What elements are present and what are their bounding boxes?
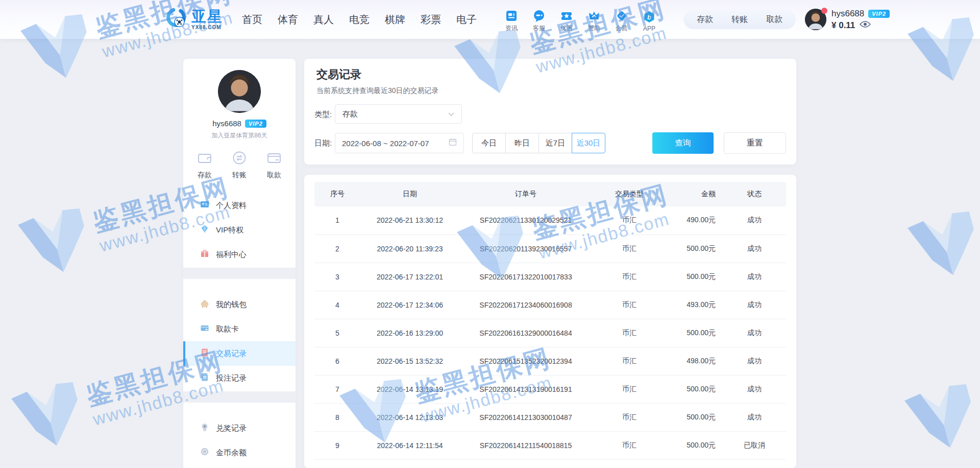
cell-amount: 500.00元 xyxy=(667,403,723,431)
cell-status: 已取消 xyxy=(723,431,786,459)
cell-status: 成功 xyxy=(723,347,786,375)
sponsor-crown-icon xyxy=(587,9,601,22)
cell-order: SF202206171234060016908 xyxy=(459,291,592,319)
cell-type: 币汇 xyxy=(592,431,667,459)
cell-date: 2022-06-14 12:13:03 xyxy=(360,403,459,431)
news-icon xyxy=(505,9,518,22)
cell-status: 成功 xyxy=(723,263,786,291)
deposit-link[interactable]: 存款 xyxy=(697,14,713,25)
cell-order: SF202206141313190016191 xyxy=(459,375,592,403)
sidebar-item-label: 投注记录 xyxy=(216,373,247,383)
customer-service-button[interactable]: 客服 xyxy=(525,6,553,33)
quick-deposit-button[interactable]: 存款 xyxy=(197,150,213,180)
sidebar-item-coin-balance[interactable]: 金币余额 xyxy=(183,440,296,465)
cell-order: SF202206201139230016557 xyxy=(459,235,592,263)
page-subtitle: 当前系统支持查询最近30日的交易记录 xyxy=(316,86,439,96)
cell-date: 2022-06-15 13:52:32 xyxy=(360,347,459,375)
cell-order: SF202206171322010017833 xyxy=(459,263,592,291)
cell-order: SF202206141211540018815 xyxy=(459,431,592,459)
sidebar-item-messages[interactable]: 消息中心 51 xyxy=(183,465,296,468)
watermark-text: 鉴黑担保网 xyxy=(976,348,980,412)
nav-esports[interactable]: 电竞 xyxy=(341,0,377,39)
sidebar-item-welfare[interactable]: 福利中心 xyxy=(183,242,296,267)
sidebar-item-profile[interactable]: 个人资料 xyxy=(183,193,296,218)
vip-gem-icon xyxy=(200,224,209,236)
username: hys6688 xyxy=(831,9,864,19)
quick-actions: 存款 转账 取款 xyxy=(183,150,296,180)
cell-type: 币汇 xyxy=(592,263,667,291)
date-range-input[interactable]: 2022-06-08 ~ 2022-07-07 xyxy=(335,133,464,153)
page-title: 交易记录 xyxy=(316,67,361,82)
transaction-row: 62022-06-15 13:52:32SF202206151352320012… xyxy=(314,347,786,375)
reset-button[interactable]: 重置 xyxy=(724,132,786,154)
sidebar-separator xyxy=(183,268,296,279)
quick-transfer-button[interactable]: 转账 xyxy=(231,150,248,180)
sponsor-button[interactable]: 赞助 xyxy=(580,6,608,33)
cell-amount: 493.00元 xyxy=(667,291,723,319)
sidebar-item-prizes[interactable]: 兑奖记录 xyxy=(183,416,296,440)
nav-lottery[interactable]: 彩票 xyxy=(413,0,449,39)
date-range-value: 2022-06-08 ~ 2022-07-07 xyxy=(342,139,429,148)
search-button[interactable]: 查询 xyxy=(652,132,714,154)
transaction-row: 42022-06-17 12:34:06SF202206171234060016… xyxy=(314,291,786,319)
nav-sports[interactable]: 体育 xyxy=(270,0,306,39)
transaction-row: 12022-06-21 13:30:12SF202206211330120029… xyxy=(314,206,786,235)
user-avatar[interactable] xyxy=(805,9,826,30)
transfer-link[interactable]: 转账 xyxy=(731,14,748,25)
cell-no: 3 xyxy=(314,263,360,291)
transaction-row: 32022-06-17 13:22:01SF202206171322010017… xyxy=(314,263,786,291)
range-30days-button[interactable]: 近30日 xyxy=(572,133,605,153)
sidebar-item-label: 福利中心 xyxy=(216,250,247,260)
cell-type: 币汇 xyxy=(592,319,667,347)
nav-chess[interactable]: 棋牌 xyxy=(377,0,413,39)
sidebar-menu-group-1: 个人资料 VIP特权 福利中心 xyxy=(183,191,296,268)
sidebar-menu-group-2: 我的钱包 取款卡 交易记录 xyxy=(183,290,296,391)
sidebar-item-wallet[interactable]: 我的钱包 xyxy=(183,292,296,317)
page: 亚星 YX88.COM 首页 体育 真人 电竞 棋牌 彩票 电子 资讯 xyxy=(0,0,980,468)
withdraw-link[interactable]: 取款 xyxy=(766,14,782,25)
sidebar-item-label: 交易记录 xyxy=(216,349,247,359)
profile-section: hys6688 VIP2 加入亚星体育第86天 xyxy=(183,59,296,140)
quick-withdraw-button[interactable]: 取款 xyxy=(266,150,282,180)
cell-amount: 500.00元 xyxy=(667,263,723,291)
site-logo[interactable]: 亚星 YX88.COM xyxy=(164,7,223,32)
profile-avatar[interactable] xyxy=(218,70,261,113)
cell-amount: 500.00元 xyxy=(667,319,723,347)
sponsor-label: 赞助 xyxy=(588,24,600,33)
nav-live[interactable]: 真人 xyxy=(306,0,341,39)
cell-no: 4 xyxy=(314,291,360,319)
withdraw-card-icon xyxy=(266,150,282,168)
cell-order: SF202206161329000016484 xyxy=(459,319,592,347)
col-order: 订单号 xyxy=(459,182,592,206)
logo-name: 亚星 xyxy=(191,9,223,24)
transaction-row: 72022-06-14 13:13:19SF202206141313190016… xyxy=(314,375,786,403)
cell-type: 币汇 xyxy=(592,206,667,235)
news-label: 资讯 xyxy=(505,24,518,33)
promo-button[interactable]: 优惠 xyxy=(553,6,580,33)
eye-icon[interactable] xyxy=(860,20,871,30)
partner-button[interactable]: 合营 xyxy=(608,6,635,33)
col-date: 日期 xyxy=(360,182,459,206)
notification-dot xyxy=(821,8,827,14)
sidebar-separator xyxy=(183,391,296,403)
type-select-value: 存款 xyxy=(342,109,358,119)
coin-icon xyxy=(200,447,209,458)
cell-date: 2022-06-17 12:34:06 xyxy=(360,291,459,319)
transaction-row: 22022-06-20 11:39:23SF202206201139230016… xyxy=(314,235,786,263)
nav-slots[interactable]: 电子 xyxy=(449,0,484,39)
type-select[interactable]: 存款 xyxy=(335,104,462,124)
range-7days-button[interactable]: 近7日 xyxy=(538,133,572,153)
sidebar-item-vip[interactable]: VIP特权 xyxy=(183,218,296,242)
transactions-table: 序号 日期 订单号 交易类型 金额 状态 12022-06-21 13:30:1… xyxy=(314,182,786,460)
range-today-button[interactable]: 今日 xyxy=(472,133,506,153)
nav-home[interactable]: 首页 xyxy=(234,0,270,39)
col-amount: 金额 xyxy=(667,182,723,206)
sidebar-item-transactions[interactable]: 交易记录 xyxy=(183,341,296,366)
sidebar-item-bets[interactable]: 投注记录 xyxy=(183,366,296,390)
news-button[interactable]: 资讯 xyxy=(498,6,525,33)
app-button[interactable]: b APP xyxy=(635,6,663,33)
range-yesterday-button[interactable]: 昨日 xyxy=(505,133,539,153)
joined-days-text: 加入亚星体育第86天 xyxy=(183,131,296,140)
sidebar-item-withdraw-card[interactable]: 取款卡 xyxy=(183,317,296,341)
profile-vip-badge: VIP2 xyxy=(245,120,266,128)
